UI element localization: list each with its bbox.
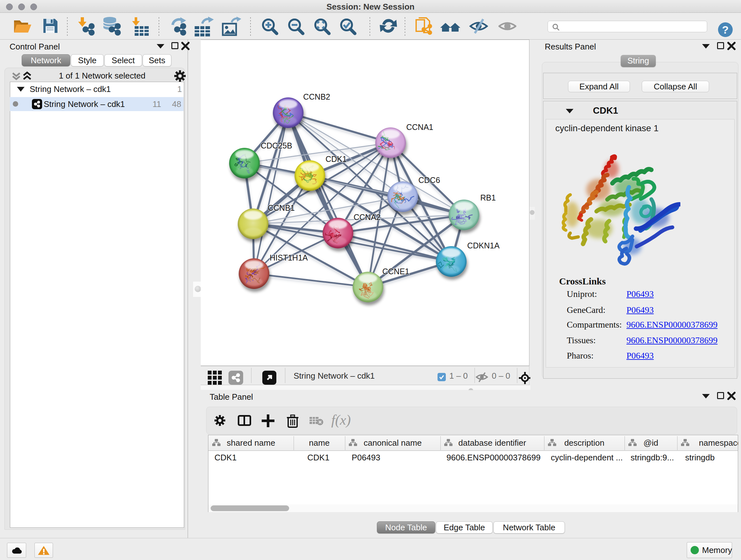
- svg-text:CCNB1: CCNB1: [268, 203, 295, 212]
- svg-text:HIST1H1A: HIST1H1A: [270, 253, 308, 262]
- svg-text:RB1: RB1: [480, 193, 496, 202]
- svg-text:CCNB2: CCNB2: [303, 92, 330, 101]
- svg-text:CCNA2: CCNA2: [354, 212, 381, 222]
- svg-text:CCNA1: CCNA1: [406, 123, 433, 132]
- svg-text:CDK1: CDK1: [326, 154, 347, 164]
- svg-text:CDC6: CDC6: [418, 176, 440, 185]
- svg-text:CCNE1: CCNE1: [382, 267, 409, 276]
- svg-text:CDKN1A: CDKN1A: [467, 241, 500, 250]
- svg-text:CDC25B: CDC25B: [261, 141, 292, 150]
